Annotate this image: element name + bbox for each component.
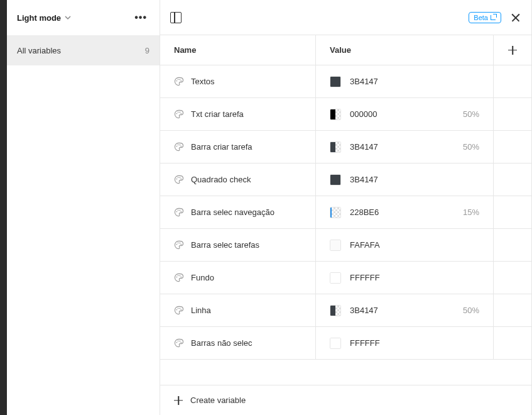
table-row[interactable]: FundoFFFFFF	[160, 262, 531, 294]
opacity-label: 15%	[463, 208, 479, 217]
variable-name-cell[interactable]: Quadrado check	[160, 163, 316, 196]
svg-point-2	[180, 79, 181, 80]
variable-name-label: Txt criar tarefa	[191, 109, 244, 119]
beta-badge-label: Beta	[474, 14, 488, 21]
external-link-icon	[491, 14, 496, 20]
color-swatch	[330, 76, 341, 87]
variable-rows: Textos3B4147Txt criar tarefa00000050%Bar…	[160, 65, 531, 385]
hex-label: 3B4147	[350, 306, 378, 315]
svg-point-21	[178, 242, 179, 243]
svg-point-10	[180, 145, 181, 146]
table-row[interactable]: Txt criar tarefa00000050%	[160, 98, 531, 131]
table-row[interactable]: Barra selec navegação228BE615%	[160, 196, 531, 229]
row-end-cell	[494, 229, 531, 261]
hex-label: 3B4147	[350, 77, 378, 86]
variable-value-cell[interactable]: FFFFFF	[316, 262, 494, 294]
palette-icon	[174, 273, 183, 282]
variable-name-cell[interactable]: Fundo	[160, 262, 316, 294]
color-swatch	[330, 338, 341, 349]
variable-name-label: Quadrado check	[191, 175, 251, 184]
row-end-cell	[494, 294, 531, 326]
table-row[interactable]: Barras não selecFFFFFF	[160, 327, 531, 360]
close-icon[interactable]	[510, 12, 521, 23]
column-header-name[interactable]: Name	[160, 35, 316, 65]
color-swatch	[330, 272, 341, 284]
table-row[interactable]: Quadrado check3B4147	[160, 163, 531, 196]
svg-point-27	[180, 277, 182, 278]
svg-point-16	[176, 211, 178, 213]
hex-label: 3B4147	[350, 175, 378, 184]
variable-value-cell[interactable]: 3B414750%	[316, 131, 494, 163]
svg-point-4	[176, 113, 178, 114]
variable-name-cell[interactable]: Linha	[160, 294, 316, 326]
table-row[interactable]: Linha3B414750%	[160, 294, 531, 327]
create-variable-label: Create variable	[190, 396, 246, 405]
row-end-cell	[494, 98, 531, 130]
svg-point-31	[180, 309, 182, 311]
main-panel: Beta Name Value Textos3B4147Txt criar ta…	[160, 0, 532, 415]
svg-point-15	[180, 179, 182, 180]
sidebar-group-all-variables[interactable]: All variables 9	[7, 35, 160, 65]
svg-point-5	[178, 111, 179, 113]
variable-value-cell[interactable]: 3B4147	[316, 65, 494, 97]
svg-point-7	[180, 113, 182, 114]
mode-selector-label[interactable]: Light mode	[17, 13, 61, 23]
row-end-cell	[494, 196, 531, 228]
add-column-button[interactable]	[494, 35, 531, 65]
hex-label: FAFAFA	[350, 240, 380, 250]
palette-icon	[174, 175, 183, 184]
table-row[interactable]: Barra criar tarefa3B414750%	[160, 131, 531, 163]
row-end-cell	[494, 262, 531, 294]
variable-name-cell[interactable]: Barra criar tarefa	[160, 131, 316, 163]
variable-value-cell[interactable]: 228BE615%	[316, 196, 494, 228]
svg-point-14	[180, 177, 181, 179]
sidebar-header: Light mode •••	[7, 0, 160, 35]
row-end-cell	[494, 327, 531, 359]
color-swatch	[330, 109, 341, 120]
plus-icon	[508, 46, 517, 55]
palette-icon	[174, 306, 183, 315]
svg-point-18	[180, 210, 181, 211]
variable-value-cell[interactable]: 00000050%	[316, 98, 494, 130]
table-row[interactable]: Barra selec tarefasFAFAFA	[160, 229, 531, 262]
svg-point-11	[180, 146, 182, 147]
variable-name-cell[interactable]: Txt criar tarefa	[160, 98, 316, 130]
row-end-cell	[494, 131, 531, 163]
panel-layout-icon[interactable]	[170, 12, 182, 23]
color-swatch	[330, 207, 341, 218]
beta-badge[interactable]: Beta	[469, 12, 501, 23]
column-header-value[interactable]: Value	[316, 35, 494, 65]
svg-point-17	[178, 209, 179, 211]
palette-icon	[174, 208, 183, 217]
svg-point-22	[180, 243, 181, 244]
color-swatch	[330, 141, 341, 153]
sidebar-group-count: 9	[145, 46, 149, 55]
chevron-down-icon[interactable]	[65, 14, 71, 21]
opacity-label: 50%	[463, 142, 479, 152]
svg-point-24	[176, 277, 178, 278]
variable-value-cell[interactable]: 3B4147	[316, 163, 494, 196]
svg-point-25	[178, 275, 179, 276]
more-options-icon[interactable]: •••	[132, 9, 149, 26]
opacity-label: 50%	[463, 306, 479, 315]
svg-point-12	[176, 179, 178, 180]
variable-value-cell[interactable]: FAFAFA	[316, 229, 494, 261]
svg-point-20	[176, 244, 178, 245]
svg-point-29	[178, 307, 179, 309]
variable-value-cell[interactable]: 3B414750%	[316, 294, 494, 326]
color-swatch	[330, 305, 341, 316]
variable-name-cell[interactable]: Barra selec navegação	[160, 196, 316, 228]
variable-name-label: Fundo	[191, 273, 214, 282]
svg-point-26	[180, 275, 181, 277]
opacity-label: 50%	[463, 109, 479, 119]
variable-name-label: Barras não selec	[191, 338, 252, 348]
variable-value-cell[interactable]: FFFFFF	[316, 327, 494, 359]
variable-name-cell[interactable]: Textos	[160, 65, 316, 97]
svg-point-6	[180, 112, 181, 113]
color-swatch	[330, 174, 341, 185]
variable-name-cell[interactable]: Barras não selec	[160, 327, 316, 359]
svg-point-32	[176, 342, 178, 343]
create-variable-button[interactable]: Create variable	[160, 385, 531, 415]
variable-name-cell[interactable]: Barra selec tarefas	[160, 229, 316, 261]
table-row[interactable]: Textos3B4147	[160, 65, 531, 98]
